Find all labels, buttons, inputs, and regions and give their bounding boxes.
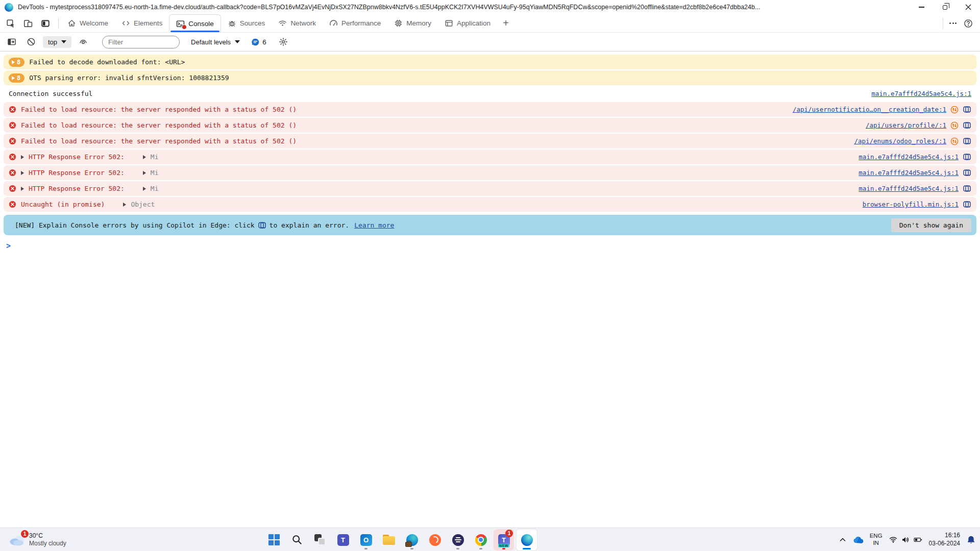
temperature: 30°C xyxy=(29,532,66,540)
divider xyxy=(58,18,59,29)
expand-triangle-icon[interactable] xyxy=(21,187,24,191)
quick-settings-button[interactable] xyxy=(889,536,923,544)
source-link[interactable]: browser-polyfill.min.js:1 xyxy=(863,201,959,208)
dock-side-button[interactable] xyxy=(38,16,53,31)
message-text: Connection successful xyxy=(9,90,92,97)
tab-network[interactable]: Network xyxy=(272,14,323,32)
inspect-button[interactable] xyxy=(3,16,18,31)
restore-button[interactable] xyxy=(933,0,957,14)
minimize-button[interactable] xyxy=(910,0,933,14)
expand-triangle-icon[interactable] xyxy=(21,171,24,175)
filter-input[interactable] xyxy=(102,36,180,48)
taskbar-app-file-explorer[interactable] xyxy=(379,529,399,550)
expand-triangle-icon[interactable] xyxy=(123,203,126,207)
console-message-row: 8Failed to decode downloaded font: <URL> xyxy=(4,55,976,69)
taskbar-app-search[interactable] xyxy=(287,529,307,550)
onedrive-button[interactable] xyxy=(853,536,864,544)
network-request-icon[interactable] xyxy=(950,121,959,130)
source-link[interactable]: main.e7afffd24d5ae5c4.js:1 xyxy=(859,169,959,177)
object-preview[interactable]: Object xyxy=(131,201,155,208)
source-link[interactable]: main.e7afffd24d5ae5c4.js:1 xyxy=(859,185,959,192)
clear-console-icon xyxy=(27,37,36,46)
message-text: Failed to decode downloaded font: <URL> xyxy=(29,58,185,66)
hidden-icons-button[interactable] xyxy=(839,536,847,544)
copilot-explain-icon[interactable] xyxy=(963,137,971,145)
message-text: Failed to load resource: the server resp… xyxy=(21,137,297,145)
network-request-icon[interactable] xyxy=(950,137,959,145)
taskbar-app-outlook[interactable]: O xyxy=(356,529,376,550)
copilot-explain-icon[interactable] xyxy=(963,168,971,177)
javascript-context-selector[interactable]: top xyxy=(43,36,71,48)
close-button[interactable] xyxy=(957,0,980,14)
taskbar-app-edge[interactable] xyxy=(517,529,537,550)
taskbar-app-edge-work[interactable] xyxy=(402,529,422,550)
weather-widget[interactable]: 1 30°C Mostly cloudy xyxy=(5,528,70,551)
network-request-icon[interactable] xyxy=(950,106,959,114)
clock[interactable]: 16:16 03-06-2024 xyxy=(929,532,960,547)
taskbar-app-chrome[interactable] xyxy=(471,529,491,550)
console-prompt[interactable]: > xyxy=(0,238,980,254)
console-settings-button[interactable] xyxy=(276,35,291,49)
expand-triangle-icon[interactable] xyxy=(143,187,146,191)
taskbar-app-eclipse[interactable] xyxy=(448,529,468,550)
divider xyxy=(943,18,943,29)
source-link[interactable]: /api/usernotificatio…on__creation_date:1 xyxy=(793,106,946,113)
console-message-row: Failed to load resource: the server resp… xyxy=(4,118,976,133)
tab-elements[interactable]: Elements xyxy=(115,14,169,32)
taskbar-app-postman[interactable] xyxy=(425,529,445,550)
file-explorer-icon xyxy=(383,535,395,545)
tab-performance[interactable]: Performance xyxy=(323,14,387,32)
edge-icon xyxy=(521,534,533,546)
expand-triangle-icon xyxy=(12,76,15,80)
tab-sources[interactable]: Sources xyxy=(221,14,272,32)
error-icon xyxy=(9,106,16,113)
device-toolbar-button[interactable] xyxy=(20,16,36,31)
help-button[interactable] xyxy=(961,16,976,31)
language-switcher[interactable]: ENG IN xyxy=(870,533,883,547)
more-options-button[interactable] xyxy=(945,16,961,31)
clear-console-button[interactable] xyxy=(23,35,39,49)
copilot-explain-icon[interactable] xyxy=(963,184,971,193)
warning-repeat-badge[interactable]: 8 xyxy=(9,58,24,67)
source-link[interactable]: main.e7afffd24d5ae5c4.js:1 xyxy=(871,90,971,97)
taskbar-app-teams[interactable]: T xyxy=(333,529,353,550)
object-preview[interactable]: Mi xyxy=(151,169,159,177)
tab-label: Console xyxy=(188,20,214,28)
tab-welcome[interactable]: Welcome xyxy=(61,14,115,32)
notification-center-button[interactable] xyxy=(966,535,976,545)
issues-counter[interactable]: 6 xyxy=(251,38,266,46)
window-title: DevTools - mytestprocess318097475.eu-nor… xyxy=(18,4,910,11)
tab-application[interactable]: Application xyxy=(438,14,497,32)
object-preview[interactable]: Mi xyxy=(151,185,159,192)
copilot-explain-icon[interactable] xyxy=(963,200,971,209)
console-sidebar-button[interactable] xyxy=(4,35,19,49)
issues-count: 6 xyxy=(262,38,266,46)
memory-icon xyxy=(394,19,403,28)
tab-memory[interactable]: Memory xyxy=(387,14,438,32)
copilot-icon xyxy=(258,221,266,230)
tab-console[interactable]: Console xyxy=(169,14,221,32)
copilot-explain-icon[interactable] xyxy=(963,105,971,114)
teams-icon: T xyxy=(337,534,349,546)
taskbar-app-task-view[interactable] xyxy=(310,529,330,550)
expand-triangle-icon[interactable] xyxy=(21,155,24,159)
console-sidebar-icon xyxy=(7,37,16,46)
live-expression-button[interactable] xyxy=(76,35,91,49)
weather-condition: Mostly cloudy xyxy=(29,540,66,547)
copilot-explain-icon[interactable] xyxy=(963,153,971,161)
dont-show-again-button[interactable]: Don't show again xyxy=(891,218,971,232)
source-link[interactable]: /api/enums/odoo_roles/:1 xyxy=(854,137,946,145)
expand-triangle-icon[interactable] xyxy=(143,155,146,159)
warning-repeat-badge[interactable]: 8 xyxy=(9,73,24,83)
source-link[interactable]: /api/users/profile/:1 xyxy=(866,121,946,129)
running-indicator xyxy=(523,548,531,549)
expand-triangle-icon[interactable] xyxy=(143,171,146,175)
taskbar-app-teams-preview[interactable]: TNEW1 xyxy=(494,529,514,550)
copilot-explain-icon[interactable] xyxy=(963,121,971,130)
log-levels-selector[interactable]: Default levels xyxy=(191,38,240,46)
learn-more-link[interactable]: Learn more xyxy=(354,221,394,229)
object-preview[interactable]: Mi xyxy=(151,153,159,161)
more-tabs-button[interactable]: + xyxy=(497,14,514,32)
taskbar-app-start[interactable] xyxy=(264,529,284,550)
source-link[interactable]: main.e7afffd24d5ae5c4.js:1 xyxy=(859,153,959,161)
